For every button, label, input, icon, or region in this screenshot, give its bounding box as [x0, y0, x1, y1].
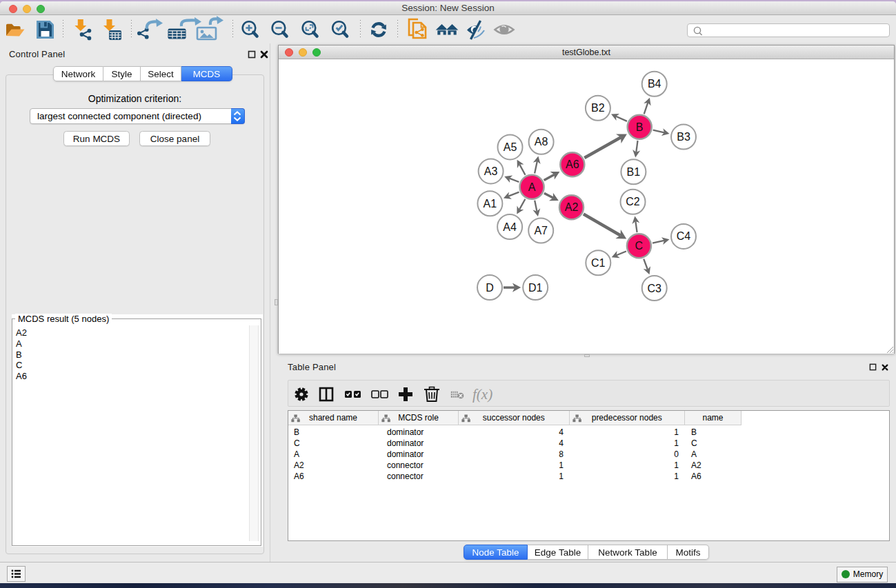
svg-text:B4: B4 [648, 78, 661, 90]
svg-text:C: C [635, 240, 644, 252]
svg-text:B1: B1 [627, 166, 641, 178]
svg-text:A8: A8 [535, 136, 548, 148]
svg-text:C3: C3 [647, 283, 661, 294]
svg-text:B: B [636, 121, 644, 133]
svg-text:D: D [486, 282, 494, 294]
svg-text:A: A [528, 181, 536, 193]
svg-text:A3: A3 [484, 165, 498, 177]
svg-text:A7: A7 [534, 225, 548, 236]
svg-text:C1: C1 [591, 257, 606, 269]
svg-text:A4: A4 [503, 221, 517, 233]
svg-text:C4: C4 [677, 230, 691, 242]
svg-text:B2: B2 [591, 102, 605, 114]
svg-text:C2: C2 [626, 196, 640, 207]
svg-text:A1: A1 [484, 198, 497, 210]
svg-text:A2: A2 [565, 201, 579, 213]
svg-text:B3: B3 [677, 131, 690, 143]
svg-text:A6: A6 [566, 159, 579, 170]
svg-text:A5: A5 [504, 141, 517, 153]
svg-text:f(x): f(x) [472, 386, 492, 403]
svg-text:D1: D1 [528, 282, 543, 294]
